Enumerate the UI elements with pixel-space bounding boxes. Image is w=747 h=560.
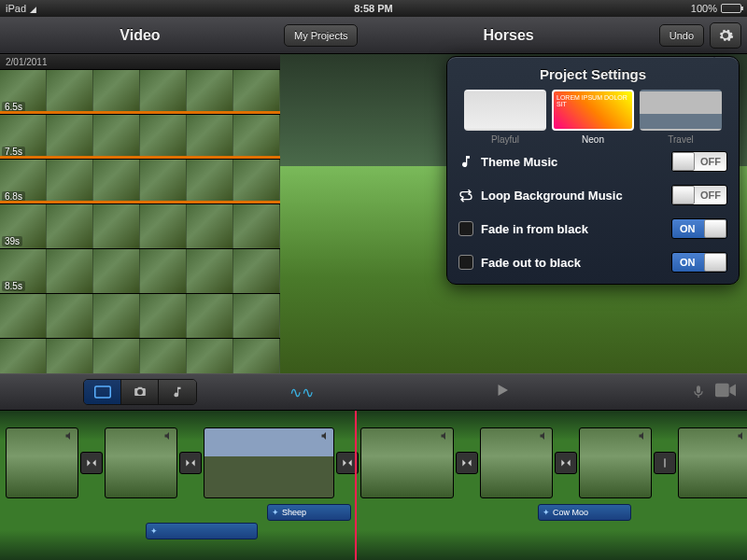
transition-icon[interactable]: [179, 452, 202, 474]
fade-out-toggle[interactable]: ON: [671, 252, 727, 273]
playhead[interactable]: [355, 411, 357, 560]
battery-percent: 100%: [691, 3, 717, 14]
audio-clip[interactable]: ✦Sheep: [267, 504, 351, 521]
transition-icon[interactable]: [456, 452, 478, 474]
timeline-clip[interactable]: [105, 427, 177, 498]
audio-tab[interactable]: [159, 380, 196, 404]
clip-audio-icon: [539, 430, 550, 441]
fade-in-toggle[interactable]: ON: [671, 218, 727, 239]
timeline-clip[interactable]: [678, 427, 747, 498]
transition-icon[interactable]: [80, 452, 103, 474]
music-note-icon: [458, 154, 473, 169]
play-button[interactable]: [494, 382, 511, 402]
top-toolbar: Video My Projects Horses Undo: [0, 17, 747, 54]
clip-audio-icon: [737, 430, 747, 441]
clip-row[interactable]: 6.8s: [0, 160, 280, 204]
waveform-button[interactable]: ∿∿: [289, 384, 314, 401]
my-projects-button[interactable]: My Projects: [284, 24, 358, 47]
checkbox-icon[interactable]: [458, 255, 473, 270]
transition-icon[interactable]: [555, 452, 577, 474]
clip-duration: 8.5s: [2, 281, 25, 291]
timeline-clip[interactable]: [6, 427, 78, 498]
clip-row[interactable]: 6.5s: [0, 70, 280, 115]
timeline-clip[interactable]: [480, 427, 553, 498]
status-bar: iPad 8:58 PM 100%: [0, 0, 747, 17]
theme-travel[interactable]: Travel: [640, 90, 722, 145]
svg-rect-1: [715, 384, 729, 398]
setting-label: Fade out to black: [481, 256, 671, 270]
media-type-segment: [83, 379, 197, 405]
loop-icon: [458, 188, 473, 203]
battery-icon: [721, 4, 741, 13]
clip-audio-icon: [163, 430, 175, 441]
setting-theme-music: Theme Music OFF: [447, 145, 739, 178]
clip-row[interactable]: 39s: [0, 204, 280, 249]
gear-icon: [717, 27, 734, 44]
audio-clip[interactable]: ✦Cow Moo: [538, 504, 631, 521]
mid-toolbar: ∿∿: [0, 373, 747, 411]
clip-date-header: 2/01/2011: [0, 54, 280, 70]
timeline-clip[interactable]: [204, 427, 334, 498]
svg-rect-0: [94, 386, 110, 398]
checkbox-icon[interactable]: [458, 221, 473, 236]
clip-audio-icon: [320, 430, 331, 441]
clip-row[interactable]: 8.5s: [0, 249, 280, 294]
setting-label: Theme Music: [481, 155, 671, 169]
clip-row[interactable]: 7.5s: [0, 115, 280, 160]
transition-icon[interactable]: [654, 452, 676, 474]
timeline-clip[interactable]: [579, 427, 652, 498]
theme-picker: Playful LOREM IPSUM DOLOR SIT Neon Trave…: [447, 90, 739, 145]
popover-title: Project Settings: [447, 57, 739, 90]
clip-audio-icon: [64, 430, 76, 441]
clip-library[interactable]: 2/01/2011 6.5s 7.5s 6.8s 39s 8.5s: [0, 54, 280, 373]
video-tab[interactable]: [84, 380, 121, 404]
setting-fade-in: Fade in from black ON: [447, 212, 739, 245]
wifi-icon: [30, 3, 36, 14]
clip-audio-icon: [440, 430, 451, 441]
audio-clip[interactable]: ✦: [146, 523, 258, 539]
setting-label: Fade in from black: [481, 222, 671, 236]
music-icon: [171, 385, 184, 399]
loop-bg-toggle[interactable]: OFF: [671, 185, 727, 205]
video-panel-title: Video: [0, 27, 280, 44]
timeline[interactable]: ✦Sheep ✦ ✦Cow Moo: [0, 411, 747, 560]
video-track: [6, 427, 747, 498]
audio-track: ✦Sheep ✦ ✦Cow Moo: [6, 504, 734, 541]
camera-icon: [132, 385, 148, 399]
setting-fade-out: Fade out to black ON: [447, 245, 739, 284]
clip-duration: 39s: [2, 236, 22, 246]
settings-button[interactable]: [710, 22, 741, 49]
project-settings-popover: Project Settings Playful LOREM IPSUM DOL…: [446, 56, 740, 285]
project-title: Horses: [358, 27, 658, 44]
photo-tab[interactable]: [121, 380, 159, 404]
clip-audio-icon: [638, 430, 649, 441]
setting-label: Loop Background Music: [481, 189, 671, 203]
undo-button[interactable]: Undo: [659, 24, 704, 47]
clip-row[interactable]: [0, 294, 280, 339]
svg-rect-2: [664, 458, 665, 467]
theme-neon[interactable]: LOREM IPSUM DOLOR SIT Neon: [552, 90, 634, 145]
timeline-clip[interactable]: [360, 427, 454, 498]
theme-playful[interactable]: Playful: [464, 90, 546, 145]
setting-loop-bg: Loop Background Music OFF: [447, 178, 739, 212]
theme-music-toggle[interactable]: OFF: [671, 151, 727, 172]
microphone-icon[interactable]: [691, 383, 706, 401]
clip-row[interactable]: [0, 339, 280, 373]
device-label: iPad: [6, 3, 26, 14]
clock: 8:58 PM: [354, 3, 393, 14]
record-camera-icon[interactable]: [715, 383, 736, 398]
